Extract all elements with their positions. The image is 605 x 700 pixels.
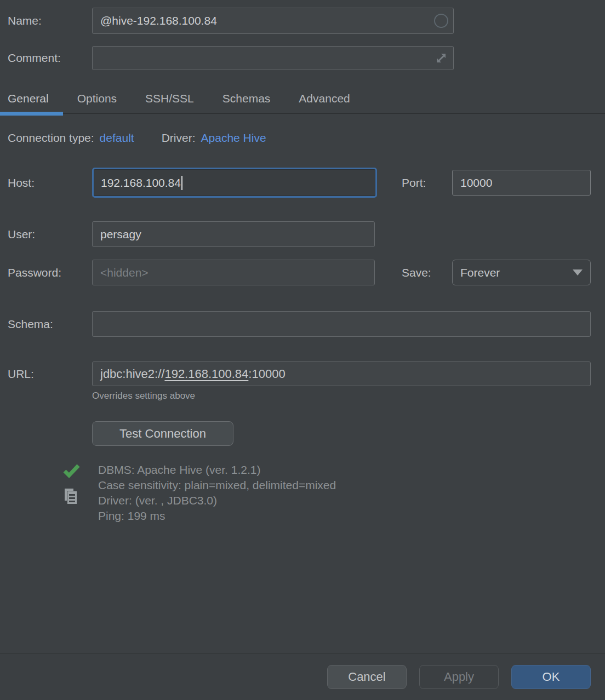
user-input[interactable] [92, 221, 375, 247]
user-label: User: [8, 228, 92, 241]
port-input[interactable] [452, 170, 591, 196]
schema-input[interactable] [92, 311, 591, 337]
tab-schemas[interactable]: Schemas [222, 92, 271, 114]
name-input[interactable] [92, 8, 454, 34]
url-row: URL: jdbc:hive2://192.168.100.84:10000 [8, 362, 591, 386]
host-port-row: Host: 192.168.100.84 Port: [8, 168, 591, 198]
save-dropdown[interactable]: Forever [452, 260, 591, 285]
driver-label: Driver: [162, 131, 196, 145]
host-input[interactable]: 192.168.100.84 [92, 168, 377, 198]
password-save-row: Password: Save: Forever [8, 260, 591, 285]
spacer [0, 528, 605, 653]
name-spinner-icon [434, 14, 448, 28]
test-connection-button[interactable]: Test Connection [92, 421, 233, 446]
settings-tabs: General Options SSH/SSL Schemas Advanced [0, 92, 605, 114]
url-host-part: 192.168.100.84 [164, 367, 248, 381]
expand-editor-icon[interactable] [433, 50, 449, 66]
result-text: DBMS: Apache Hive (ver. 1.2.1) Case sens… [98, 462, 336, 528]
result-line-case-sensitivity: Case sensitivity: plain=mixed, delimited… [98, 478, 336, 493]
schema-label: Schema: [8, 318, 92, 331]
chevron-down-icon [573, 269, 583, 276]
general-tab-panel: Connection type: default Driver: Apache … [0, 114, 605, 528]
comment-row: Comment: [8, 46, 591, 70]
comment-label: Comment: [8, 51, 92, 65]
data-source-dialog: Name: Comment: General Options SSH/SSL S… [0, 0, 605, 700]
name-row: Name: [8, 8, 591, 34]
driver-link[interactable]: Apache Hive [201, 131, 266, 145]
save-label: Save: [402, 266, 452, 279]
apply-button[interactable]: Apply [419, 665, 499, 689]
tab-advanced[interactable]: Advanced [299, 92, 350, 114]
user-row: User: [8, 221, 591, 247]
schema-row: Schema: [8, 311, 591, 337]
connection-result: DBMS: Apache Hive (ver. 1.2.1) Case sens… [62, 462, 591, 528]
connection-type-label: Connection type: [8, 131, 94, 145]
success-check-icon [62, 463, 81, 479]
port-label: Port: [402, 176, 452, 190]
host-value: 192.168.100.84 [101, 176, 181, 190]
url-input[interactable]: jdbc:hive2://192.168.100.84:10000 [92, 362, 591, 386]
url-label: URL: [8, 368, 92, 381]
password-input[interactable] [92, 260, 375, 285]
password-label: Password: [8, 266, 92, 279]
save-dropdown-value: Forever [460, 266, 500, 279]
name-comment-section: Name: Comment: [0, 0, 605, 70]
cancel-button[interactable]: Cancel [327, 665, 407, 689]
name-field-wrap [92, 8, 454, 34]
ok-button[interactable]: OK [511, 665, 591, 689]
host-label: Host: [8, 176, 92, 190]
url-helper-text: Overrides settings above [92, 391, 591, 401]
result-icons-column [62, 462, 81, 528]
tab-ssh-ssl[interactable]: SSH/SSL [145, 92, 194, 114]
result-line-ping: Ping: 199 ms [98, 508, 336, 524]
connection-type-row: Connection type: default Driver: Apache … [8, 131, 591, 145]
name-label: Name: [8, 14, 92, 27]
connection-type-link[interactable]: default [100, 131, 134, 145]
result-line-dbms: DBMS: Apache Hive (ver. 1.2.1) [98, 462, 336, 478]
text-caret [181, 176, 182, 190]
tab-general[interactable]: General [8, 92, 49, 114]
dialog-footer: Cancel Apply OK [0, 653, 605, 700]
result-line-driver: Driver: (ver. , JDBC3.0) [98, 493, 336, 508]
url-suffix: :10000 [248, 367, 285, 381]
comment-field-wrap [92, 46, 454, 70]
tab-options[interactable]: Options [77, 92, 117, 114]
copy-icon[interactable] [62, 487, 79, 505]
comment-input[interactable] [92, 46, 454, 70]
url-prefix: jdbc:hive2:// [100, 367, 164, 381]
